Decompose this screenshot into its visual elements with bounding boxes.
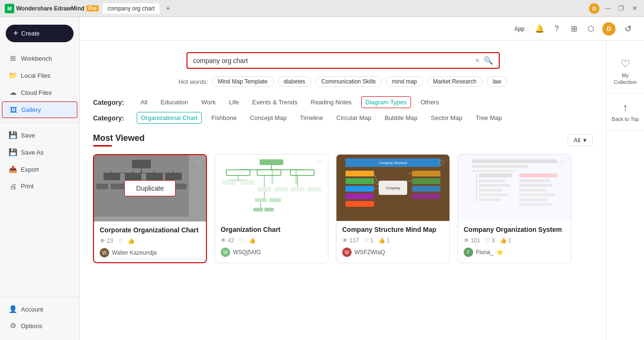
card-4-title: Company Organization System <box>464 226 565 233</box>
cat-diagram-types[interactable]: Diagram Types <box>361 96 411 108</box>
close-button[interactable]: ✕ <box>630 4 639 13</box>
app-name: Wondershare EdrawMind <box>16 5 84 12</box>
filter-dropdown[interactable]: All ▾ <box>568 134 593 146</box>
thumb-count-4: 1 <box>508 237 512 244</box>
grid-icon[interactable]: ⊞ <box>568 23 579 35</box>
help-icon[interactable]: ? <box>551 23 562 35</box>
hot-words-row: Hot words: Mind Map Template diabetes Co… <box>93 76 593 87</box>
cat-sector-map[interactable]: Sector Map <box>427 112 466 123</box>
titlebar: M Wondershare EdrawMind Pro company org … <box>0 0 644 17</box>
cat-concept-map[interactable]: Concept Map <box>246 112 290 123</box>
back-to-top-button[interactable]: ↑ Back to Top <box>607 94 644 130</box>
view-count-3: 117 <box>349 237 359 244</box>
card-organization-chart[interactable]: ♡ Organization Chart 👁 42 ♡ <box>215 154 328 263</box>
side-panel: ♡ My Collection ↑ Back to Top <box>606 41 644 340</box>
options-icon: ⚙ <box>9 322 17 330</box>
hot-tag-market-research[interactable]: Market Research <box>427 76 483 87</box>
thumb-meta-2: 👍 <box>249 237 256 244</box>
view-count-2: 42 <box>228 237 234 244</box>
restore-button[interactable]: ❐ <box>616 4 626 13</box>
svg-rect-44 <box>253 208 263 211</box>
hot-tag-law[interactable]: law <box>486 76 507 87</box>
sidebar-label-save-as: Save As <box>21 149 44 156</box>
sidebar-item-local-files[interactable]: 📁 Local Files <box>2 67 77 83</box>
create-label: Create <box>21 30 40 37</box>
create-button[interactable]: + Create <box>6 25 74 42</box>
sidebar-item-workbench[interactable]: ⊞ Workbench <box>2 50 77 66</box>
search-clear-button[interactable]: × <box>475 56 479 65</box>
hot-tag-mind-map[interactable]: mind map <box>386 76 423 87</box>
cat-tree-map[interactable]: Tree Map <box>472 112 505 123</box>
card-company-structure[interactable]: Company Structure <box>336 154 450 263</box>
card-2-views: 👁 42 <box>221 237 234 244</box>
card-1-thumbs: 👍 <box>128 238 135 244</box>
sidebar-item-options[interactable]: ⚙ Options <box>2 318 77 334</box>
svg-rect-55 <box>412 178 440 184</box>
svg-rect-51 <box>345 186 374 192</box>
hot-tag-mind-map-template[interactable]: Mind Map Template <box>212 76 274 87</box>
card-2-meta: 👁 42 ♡ 👍 <box>221 237 322 244</box>
card-company-org-system[interactable]: ♡ Company Organization System 👁 101 ♡ <box>457 154 571 263</box>
cat-circular-map[interactable]: Circular Map <box>333 112 375 123</box>
sidebar-item-export[interactable]: 📤 Export <box>2 161 77 177</box>
cat-org-chart[interactable]: Organizational Chart <box>137 112 202 124</box>
minimize-button[interactable]: — <box>603 4 613 13</box>
favorite-icon-1[interactable]: ♡ <box>195 159 201 168</box>
notification-icon[interactable]: 🔔 <box>534 23 545 35</box>
gold-star: ⭐ <box>496 249 504 256</box>
search-input[interactable] <box>193 57 476 64</box>
cat-bubble-map[interactable]: Bubble Map <box>381 112 421 123</box>
hot-tag-communication-skills[interactable]: Communication Skills <box>315 76 382 87</box>
duplicate-button[interactable]: Duplicate <box>124 180 176 196</box>
new-tab-button[interactable]: + <box>163 4 173 13</box>
card-1-thumbnail: Duplicate ♡ <box>94 155 206 221</box>
cat-events-trends[interactable]: Events & Trends <box>248 97 301 108</box>
tab-label: company org chart <box>107 5 154 12</box>
user-avatar[interactable]: D <box>602 22 616 36</box>
card-3-meta: 👁 117 ♡ 1 👍 1 <box>342 237 444 244</box>
cat-all[interactable]: All <box>137 97 151 108</box>
sidebar-item-gallery[interactable]: 🖼 Gallery <box>2 101 77 118</box>
main-content: × 🔍 Hot words: Mind Map Template diabete… <box>80 41 606 340</box>
sidebar-item-account[interactable]: 👤 Account <box>2 301 77 317</box>
eye-icon-4: 👁 <box>464 237 469 244</box>
heart-meta-3: ♡ <box>364 237 369 244</box>
svg-rect-75 <box>479 198 500 201</box>
svg-rect-70 <box>479 174 512 177</box>
favorite-icon-2[interactable]: ♡ <box>317 158 323 167</box>
card-2-likes: ♡ <box>239 237 244 244</box>
sidebar-item-save-as[interactable]: 💾 Save As <box>2 144 77 160</box>
favorite-icon-3[interactable]: ♡ <box>438 158 445 167</box>
cat-life[interactable]: Life <box>225 97 243 108</box>
card-corporate-org-chart[interactable]: Duplicate ♡ Corporate Organizational Cha… <box>93 154 207 263</box>
cat-others[interactable]: Others <box>417 97 443 108</box>
thumb-meta-1: 👍 <box>128 238 135 244</box>
sidebar-divider-2 <box>0 297 79 297</box>
share-icon[interactable]: ⬡ <box>585 23 597 35</box>
export-icon: 📤 <box>9 165 17 174</box>
sidebar-label-account: Account <box>21 306 43 313</box>
my-collection-button[interactable]: ♡ My Collection <box>607 50 644 94</box>
cat-fishbone[interactable]: Fishbone <box>207 112 240 123</box>
svg-rect-80 <box>519 193 555 196</box>
favorite-icon-4[interactable]: ♡ <box>560 158 566 167</box>
sidebar-item-cloud-files[interactable]: ☁ Cloud Files <box>2 84 77 101</box>
svg-text:Company: Company <box>386 186 400 190</box>
back-to-top-icon: ↑ <box>623 101 628 114</box>
refresh-icon[interactable]: ↺ <box>621 22 635 36</box>
sidebar-item-save[interactable]: 💾 Save <box>2 127 77 143</box>
search-submit-button[interactable]: 🔍 <box>484 56 493 65</box>
cat-timeline[interactable]: Timeline <box>296 112 327 123</box>
hot-tag-diabetes[interactable]: diabetes <box>278 76 311 87</box>
active-tab[interactable]: company org chart <box>103 3 159 14</box>
account-icon: 👤 <box>9 305 17 313</box>
cat-work[interactable]: Work <box>197 97 219 108</box>
svg-rect-30 <box>222 180 236 185</box>
filter-label: All <box>574 137 580 144</box>
cat-education[interactable]: Education <box>157 97 192 108</box>
sidebar-item-print[interactable]: 🖨 Print <box>2 178 77 194</box>
app-button[interactable]: App <box>511 24 528 34</box>
svg-rect-38 <box>290 187 305 192</box>
cat-reading-notes[interactable]: Reading Notes <box>307 97 355 108</box>
like-count-3: 1 <box>370 237 373 244</box>
